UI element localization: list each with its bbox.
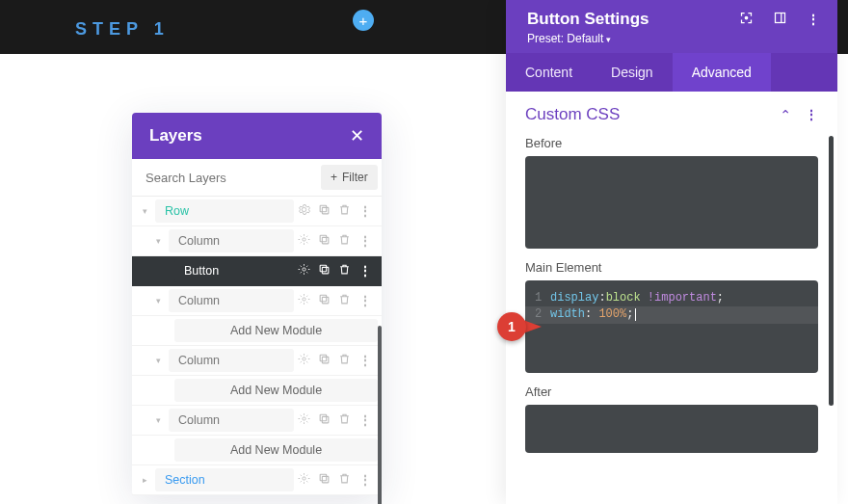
layout-icon[interactable] xyxy=(773,11,787,29)
layers-header: Layers ✕ xyxy=(132,113,382,159)
svg-point-14 xyxy=(303,417,305,420)
row-actions: ⋮ xyxy=(298,412,382,428)
code-token: block xyxy=(606,291,641,305)
duplicate-icon[interactable] xyxy=(318,472,331,488)
chevron-down-icon[interactable]: ▾ xyxy=(151,236,165,246)
trash-icon[interactable] xyxy=(338,412,351,428)
tree-row-column[interactable]: ▾ Column ⋮ xyxy=(132,226,382,256)
svg-point-5 xyxy=(303,268,305,271)
section-title[interactable]: Custom CSS xyxy=(525,105,780,124)
gear-icon[interactable] xyxy=(298,203,310,219)
svg-point-20 xyxy=(745,16,748,19)
preset-dropdown[interactable]: Preset: Default xyxy=(527,32,820,45)
layers-title: Layers xyxy=(149,126,350,146)
more-icon[interactable]: ⋮ xyxy=(358,234,372,248)
more-icon[interactable]: ⋮ xyxy=(807,13,820,26)
tab-content[interactable]: Content xyxy=(506,53,592,92)
gear-icon[interactable] xyxy=(298,472,310,488)
more-icon[interactable]: ⋮ xyxy=(358,204,372,218)
duplicate-icon[interactable] xyxy=(318,293,331,308)
more-icon[interactable]: ⋮ xyxy=(358,264,372,278)
scrollbar[interactable] xyxy=(829,136,834,406)
row-actions: ⋮ xyxy=(298,353,382,368)
chevron-down-icon[interactable]: ▾ xyxy=(151,296,165,305)
code-token: display xyxy=(550,291,598,305)
duplicate-icon[interactable] xyxy=(318,263,331,279)
trash-icon[interactable] xyxy=(338,472,351,488)
row-label: Add New Module xyxy=(230,384,322,397)
trash-icon[interactable] xyxy=(338,293,351,308)
chevron-down-icon[interactable]: ▾ xyxy=(138,206,151,216)
svg-rect-0 xyxy=(322,207,329,214)
css-before-input[interactable] xyxy=(525,156,818,249)
trash-icon[interactable] xyxy=(338,353,351,368)
chevron-up-icon[interactable]: ⌄ xyxy=(780,107,791,122)
css-after-input[interactable] xyxy=(525,405,818,453)
svg-rect-13 xyxy=(320,355,327,361)
filter-button[interactable]: + Filter xyxy=(321,165,378,190)
row-label: Column xyxy=(178,234,220,248)
svg-rect-7 xyxy=(320,265,327,272)
tree-row-column[interactable]: ▾ Column ⋮ xyxy=(132,346,382,376)
svg-rect-19 xyxy=(320,474,327,481)
row-actions: ⋮ xyxy=(298,472,382,488)
gutter-line: 1 xyxy=(535,290,550,306)
duplicate-icon[interactable] xyxy=(318,203,331,219)
focus-icon[interactable] xyxy=(739,11,754,29)
svg-point-11 xyxy=(303,358,305,360)
tree-row-row[interactable]: ▾ Row ⋮ xyxy=(132,197,382,226)
trash-icon[interactable] xyxy=(338,233,351,249)
close-icon[interactable]: ✕ xyxy=(350,125,364,146)
svg-rect-18 xyxy=(322,476,329,483)
more-icon[interactable]: ⋮ xyxy=(358,294,372,307)
trash-icon[interactable] xyxy=(338,263,351,279)
trash-icon[interactable] xyxy=(338,203,351,219)
css-main-input[interactable]: 1display:block !important; 2width: 100%; xyxy=(525,280,818,373)
duplicate-icon[interactable] xyxy=(318,233,331,249)
tab-design[interactable]: Design xyxy=(592,53,673,92)
row-label: Column xyxy=(178,413,220,427)
tab-advanced[interactable]: Advanced xyxy=(673,53,771,92)
code-token: !important xyxy=(648,291,717,305)
row-label: Add New Module xyxy=(230,443,322,457)
svg-rect-9 xyxy=(322,297,329,304)
tree-row-column[interactable]: ▾ Column ⋮ xyxy=(132,406,382,436)
tree-row-add-module[interactable]: Add New Module xyxy=(132,376,382,406)
search-input[interactable] xyxy=(132,159,321,196)
more-icon[interactable]: ⋮ xyxy=(358,354,372,367)
scrollbar[interactable] xyxy=(378,326,382,504)
gear-icon[interactable] xyxy=(298,412,310,428)
gear-icon[interactable] xyxy=(298,233,310,249)
tree-row-button[interactable]: Button ⋮ xyxy=(132,256,382,286)
tree-row-add-module[interactable]: Add New Module xyxy=(132,436,382,465)
chevron-right-icon[interactable]: ▸ xyxy=(138,475,151,485)
svg-rect-12 xyxy=(322,357,329,363)
svg-rect-6 xyxy=(322,267,329,274)
gear-icon[interactable] xyxy=(298,263,310,279)
tree-row-add-module[interactable]: Add New Module xyxy=(132,316,382,346)
svg-rect-15 xyxy=(322,416,329,423)
more-icon[interactable]: ⋮ xyxy=(358,413,372,427)
settings-body: Custom CSS ⌄ ⋮ Before Main Element 1disp… xyxy=(506,92,837,496)
more-icon[interactable]: ⋮ xyxy=(805,108,818,121)
tree-row-section[interactable]: ▸ Section ⋮ xyxy=(132,465,382,495)
row-label: Column xyxy=(178,294,220,307)
css-main-label: Main Element xyxy=(525,260,818,275)
svg-rect-4 xyxy=(320,235,327,242)
svg-rect-16 xyxy=(320,414,327,421)
row-label: Section xyxy=(165,473,205,487)
chevron-down-icon[interactable]: ▾ xyxy=(151,415,165,425)
code-token: 100% xyxy=(598,307,626,321)
duplicate-icon[interactable] xyxy=(318,412,331,428)
svg-point-17 xyxy=(303,477,305,480)
add-section-button[interactable]: + xyxy=(353,10,374,31)
row-actions: ⋮ xyxy=(298,233,382,249)
gear-icon[interactable] xyxy=(298,293,310,308)
settings-title: Button Settings xyxy=(527,10,739,29)
gear-icon[interactable] xyxy=(298,353,310,368)
plus-icon: + xyxy=(331,171,337,184)
more-icon[interactable]: ⋮ xyxy=(358,473,372,487)
duplicate-icon[interactable] xyxy=(318,353,331,368)
tree-row-column[interactable]: ▾ Column ⋮ xyxy=(132,286,382,316)
chevron-down-icon[interactable]: ▾ xyxy=(151,356,165,365)
